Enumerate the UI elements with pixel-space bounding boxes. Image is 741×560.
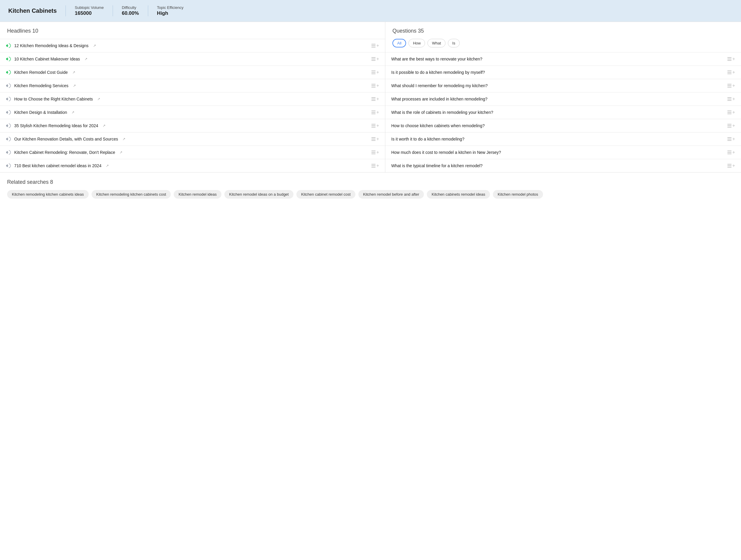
page-title: Kitchen Cabinets <box>8 7 57 14</box>
add-to-list-button[interactable]: + <box>372 163 379 168</box>
question-item[interactable]: Is it worth it to do a kitchen remodelin… <box>385 132 741 145</box>
megaphone-icon <box>6 123 11 128</box>
headline-item[interactable]: Kitchen Cabinet Remodeling: Renovate, Do… <box>0 145 385 159</box>
headline-item[interactable]: Kitchen Remodel Cost Guide ↗ + <box>0 65 385 79</box>
headline-text: Kitchen Remodel Cost Guide <box>14 70 68 75</box>
headline-item[interactable]: Kitchen Design & Installation ↗ + <box>0 106 385 119</box>
list-lines-icon <box>372 111 376 114</box>
related-search-tag[interactable]: Kitchen remodel before and after <box>358 190 424 199</box>
related-search-tag[interactable]: Kitchen cabinets remodel ideas <box>427 190 490 199</box>
list-lines-icon <box>727 150 732 154</box>
add-to-list-button[interactable]: + <box>372 110 379 115</box>
question-text: Is it worth it to do a kitchen remodelin… <box>391 137 727 141</box>
subtopic-volume-value: 165000 <box>75 10 104 16</box>
headline-item[interactable]: How to Choose the Right Kitchen Cabinets… <box>0 92 385 106</box>
external-link-icon[interactable]: ↗ <box>103 124 106 128</box>
add-to-list-button[interactable]: + <box>727 97 735 102</box>
external-link-icon[interactable]: ↗ <box>122 137 125 141</box>
megaphone-icon <box>6 70 11 75</box>
question-text: How much does it cost to remodel a kitch… <box>391 150 727 155</box>
list-lines-icon <box>372 150 376 154</box>
related-search-tag[interactable]: Kitchen remodel ideas on a budget <box>224 190 293 199</box>
list-lines-icon <box>372 57 376 61</box>
external-link-icon[interactable]: ↗ <box>97 97 100 101</box>
add-to-list-button[interactable]: + <box>727 83 735 88</box>
question-item[interactable]: How to choose kitchen cabinets when remo… <box>385 119 741 132</box>
add-to-list-button[interactable]: + <box>727 70 735 75</box>
external-link-icon[interactable]: ↗ <box>71 110 74 114</box>
question-text: What is the role of cabinets in remodeli… <box>391 110 727 115</box>
topic-efficiency-value: High <box>157 10 184 16</box>
subtopic-volume-label: Subtopic Volume <box>75 5 104 10</box>
filter-tab-is[interactable]: Is <box>448 39 460 48</box>
headline-item[interactable]: Kitchen Remodeling Services ↗ + <box>0 79 385 92</box>
filter-tab-what[interactable]: What <box>427 39 445 48</box>
add-to-list-button[interactable]: + <box>372 137 379 141</box>
add-to-list-button[interactable]: + <box>727 57 735 61</box>
add-to-list-button[interactable]: + <box>727 110 735 115</box>
megaphone-icon <box>6 163 11 168</box>
external-link-icon[interactable]: ↗ <box>106 164 109 168</box>
plus-icon: + <box>377 110 379 115</box>
add-to-list-button[interactable]: + <box>727 137 735 141</box>
question-text: How to choose kitchen cabinets when remo… <box>391 123 727 128</box>
headline-left: Kitchen Remodel Cost Guide ↗ <box>6 70 372 75</box>
external-link-icon[interactable]: ↗ <box>73 83 76 88</box>
plus-icon: + <box>377 57 379 61</box>
external-link-icon[interactable]: ↗ <box>84 57 87 61</box>
question-text: What processes are included in kitchen r… <box>391 97 727 102</box>
add-to-list-button[interactable]: + <box>727 123 735 128</box>
external-link-icon[interactable]: ↗ <box>93 44 96 48</box>
headline-text: 12 Kitchen Remodeling Ideas & Designs <box>14 43 89 48</box>
list-lines-icon <box>727 57 732 61</box>
difficulty-stat: Difficulty 60.00% <box>113 5 148 16</box>
related-search-tag[interactable]: Kitchen cabinet remodel cost <box>296 190 355 199</box>
filter-tab-all[interactable]: All <box>392 39 406 48</box>
headline-item[interactable]: 35 Stylish Kitchen Remodeling Ideas for … <box>0 119 385 132</box>
add-to-list-button[interactable]: + <box>372 97 379 102</box>
question-item[interactable]: What should I remember for remodeling my… <box>385 79 741 92</box>
plus-icon: + <box>377 97 379 102</box>
headline-item[interactable]: 710 Best kitchen cabinet remodel ideas i… <box>0 159 385 172</box>
add-to-list-button[interactable]: + <box>372 83 379 88</box>
megaphone-icon <box>6 56 11 62</box>
question-text: What is the typical timeline for a kitch… <box>391 163 727 168</box>
question-item[interactable]: Is it possible to do a kitchen remodelin… <box>385 65 741 79</box>
headline-item[interactable]: Our Kitchen Renovation Details, with Cos… <box>0 132 385 145</box>
headline-item[interactable]: 12 Kitchen Remodeling Ideas & Designs ↗ … <box>0 39 385 52</box>
related-search-tag[interactable]: Kitchen remodel photos <box>493 190 543 199</box>
add-to-list-button[interactable]: + <box>727 150 735 155</box>
external-link-icon[interactable]: ↗ <box>72 70 75 74</box>
add-to-list-button[interactable]: + <box>372 57 379 61</box>
related-searches-tags: Kitchen remodeling kitchen cabinets idea… <box>7 190 734 199</box>
related-search-tag[interactable]: Kitchen remodel ideas <box>174 190 221 199</box>
headline-item[interactable]: 10 Kitchen Cabinet Makeover Ideas ↗ + <box>0 52 385 65</box>
megaphone-icon <box>6 43 11 48</box>
question-item[interactable]: What processes are included in kitchen r… <box>385 92 741 106</box>
list-lines-icon <box>727 164 732 168</box>
question-item[interactable]: What is the typical timeline for a kitch… <box>385 159 741 172</box>
add-to-list-button[interactable]: + <box>372 43 379 48</box>
add-to-list-button[interactable]: + <box>372 70 379 75</box>
list-lines-icon <box>727 137 732 141</box>
plus-icon: + <box>732 137 735 141</box>
headline-text: How to Choose the Right Kitchen Cabinets <box>14 97 93 102</box>
question-item[interactable]: How much does it cost to remodel a kitch… <box>385 145 741 159</box>
list-lines-icon <box>727 71 732 74</box>
add-to-list-button[interactable]: + <box>372 150 379 155</box>
topic-efficiency-stat: Topic Efficiency High <box>148 5 192 16</box>
list-lines-icon <box>727 84 732 87</box>
headline-left: How to Choose the Right Kitchen Cabinets… <box>6 96 372 102</box>
add-to-list-button[interactable]: + <box>372 123 379 128</box>
list-lines-icon <box>727 97 732 101</box>
list-lines-icon <box>372 44 376 48</box>
question-item[interactable]: What is the role of cabinets in remodeli… <box>385 106 741 119</box>
question-item[interactable]: What are the best ways to renovate your … <box>385 52 741 65</box>
topic-efficiency-label: Topic Efficiency <box>157 5 184 10</box>
related-search-tag[interactable]: Kitchen remodeling kitchen cabinets idea… <box>7 190 89 199</box>
add-to-list-button[interactable]: + <box>727 163 735 168</box>
external-link-icon[interactable]: ↗ <box>120 150 122 154</box>
filter-tab-how[interactable]: How <box>408 39 425 48</box>
related-search-tag[interactable]: Kitchen remodeling kitchen cabinets cost <box>91 190 171 199</box>
headline-left: Our Kitchen Renovation Details, with Cos… <box>6 136 372 142</box>
